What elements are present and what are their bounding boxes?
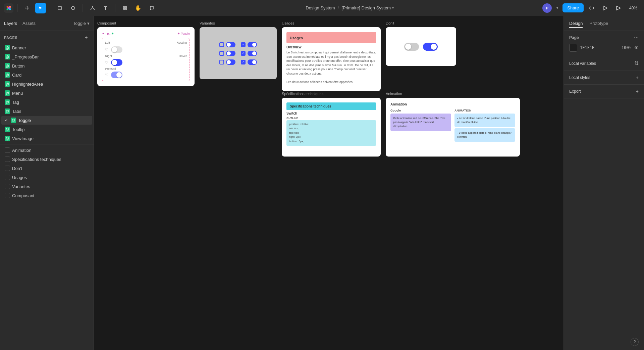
animation-col-google: Google Cette animation sert de référence…: [390, 109, 451, 142]
frame-content-animation: Animation Google Cette animation sert de…: [386, 98, 520, 157]
page-visibility-icon[interactable]: 👁: [634, 45, 639, 50]
page-settings-icon[interactable]: ⋯: [634, 35, 639, 40]
composant-heart-1: ♡: [105, 48, 108, 52]
var-row-1-col-2: ✓: [241, 42, 257, 47]
dont-switch-thumb-off: [405, 44, 411, 50]
page-label-usages: Usages: [12, 175, 27, 180]
local-styles-add-icon[interactable]: +: [636, 75, 639, 80]
page-item-tag[interactable]: @ Tag: [1, 98, 92, 106]
page-item-tooltip[interactable]: @ Tooltip: [1, 125, 92, 134]
page-label-variantes: Variantes: [12, 184, 30, 189]
page-item-toggle[interactable]: ✓ @ Toggle: [1, 116, 92, 125]
canvas-frame-specs: Spécifications techniques Spécifications…: [282, 92, 381, 157]
svg-marker-11: [604, 6, 607, 10]
avatar-dropdown[interactable]: ▾: [554, 5, 560, 11]
var-toggle-off-1[interactable]: [226, 42, 235, 47]
page-label-tooltip: Tooltip: [12, 127, 25, 132]
page-item-composant[interactable]: Composant: [1, 191, 92, 200]
toggle-switch-3[interactable]: [111, 72, 122, 78]
var-toggle-off-2[interactable]: [226, 51, 235, 56]
page-item-dont[interactable]: Don't: [1, 164, 92, 173]
usages-overview-text: Le Switch est un composant qui permet d'…: [286, 50, 376, 84]
comment-tool-btn[interactable]: [146, 3, 157, 13]
page-icon-progressbar: @: [5, 54, 10, 59]
frame-label-specs: Spécifications techniques: [282, 92, 381, 96]
var-toggle-on-3[interactable]: [248, 59, 257, 65]
share-button[interactable]: Share: [562, 3, 584, 12]
page-label-highlighted: HighlightedArea: [12, 82, 43, 87]
dont-switch-off[interactable]: [404, 43, 419, 51]
page-item-menu[interactable]: @ Menu: [1, 89, 92, 97]
var-toggle-on-1[interactable]: [248, 42, 257, 47]
right-panel-spacer: [564, 98, 644, 334]
frame-content-usages: Usages Overview Le Switch est un composa…: [282, 27, 381, 91]
page-item-viewimage[interactable]: @ ViewImage: [1, 134, 92, 143]
var-toggle-off-3[interactable]: [226, 59, 235, 65]
shape-tool-btn[interactable]: [68, 3, 78, 13]
toggle-switch-2[interactable]: [111, 59, 122, 66]
canvas-frame-dont: Don't: [386, 21, 456, 66]
page-item-progressbar[interactable]: @ _ProgressBar: [1, 52, 92, 61]
frame-tool-btn[interactable]: [54, 3, 65, 13]
canvas-frame-composant: Composant ✦ _p... ✦ ✦ Toggle Left Restin…: [97, 21, 195, 86]
select-tool-btn[interactable]: [35, 3, 46, 13]
app-logo[interactable]: [4, 3, 13, 13]
local-styles-section: Local styles +: [564, 71, 644, 85]
file-name-container[interactable]: [Primaire] Design System ▾: [341, 5, 394, 10]
var-toggle-on-2[interactable]: [248, 51, 257, 56]
dont-switch-on[interactable]: [423, 43, 438, 51]
page-icon-usages: [5, 175, 10, 180]
frame-label-composant: Composant: [97, 21, 195, 25]
text-tool-btn[interactable]: T: [100, 3, 111, 13]
move-tool-btn[interactable]: [22, 3, 33, 13]
usages-overview-title: Overview: [286, 45, 376, 49]
toolbar-sep-3: [83, 4, 83, 12]
local-variables-title: Local variables: [569, 61, 634, 66]
page-item-button[interactable]: @ Button: [1, 61, 92, 70]
right-panel-tabs: Design Prototype: [564, 16, 644, 31]
prototype-tab[interactable]: Prototype: [589, 19, 608, 27]
toggle-switch-1[interactable]: [111, 46, 122, 53]
page-color-swatch[interactable]: [569, 44, 577, 52]
toggle-button[interactable]: Toggle ▾: [73, 21, 90, 26]
export-add-icon[interactable]: +: [636, 89, 639, 94]
code-view-button[interactable]: [586, 3, 597, 13]
dont-switch-thumb-on: [431, 44, 437, 50]
design-tab[interactable]: Design: [569, 19, 583, 28]
toggle-label: Toggle: [73, 21, 86, 26]
page-item-tabs[interactable]: @ Tabs: [1, 107, 92, 116]
page-section-title: Page: [569, 35, 634, 40]
frame-content-specs: Spécifications techniques Switch OUTLINE…: [282, 98, 381, 157]
specs-outline-title: OUTLINE: [286, 117, 376, 120]
local-variables-icon[interactable]: ⇅: [634, 60, 639, 67]
right-panel: Design Prototype Page ⋯ 1E1E1E 100% 👁 Lo…: [564, 16, 644, 350]
layers-tab[interactable]: Layers: [4, 19, 17, 27]
hand-tool-btn[interactable]: ✋: [133, 3, 144, 13]
component-tool-btn[interactable]: [119, 3, 130, 13]
anim-col-title-google: Google: [390, 109, 451, 112]
svg-point-6: [71, 6, 75, 10]
page-item-highlighted[interactable]: @ HighlightedArea: [1, 80, 92, 88]
page-item-variantes[interactable]: Variantes: [1, 182, 92, 191]
page-item-usages[interactable]: Usages: [1, 173, 92, 182]
page-section-header: Page ⋯: [569, 35, 639, 40]
var-row-3-col-1: [219, 59, 235, 65]
user-avatar[interactable]: P: [542, 3, 552, 13]
pen-tool-btn[interactable]: [87, 3, 98, 13]
help-button[interactable]: ?: [631, 338, 639, 346]
page-item-banner[interactable]: @ Banner: [1, 43, 92, 52]
page-item-animation[interactable]: Animation: [1, 146, 92, 155]
page-item-specs[interactable]: Spécifications techniques: [1, 155, 92, 164]
frame-label-dont: Don't: [386, 21, 456, 25]
play-button[interactable]: [613, 3, 624, 13]
add-page-button[interactable]: +: [83, 34, 90, 41]
canvas[interactable]: Composant ✦ _p... ✦ ✦ Toggle Left Restin…: [94, 16, 564, 350]
zoom-level[interactable]: 40%: [627, 4, 640, 12]
svg-point-4: [8, 7, 10, 9]
page-icon-tooltip: @: [5, 127, 10, 132]
present-button[interactable]: [600, 3, 610, 13]
pages-title: Pages: [4, 36, 83, 40]
page-item-card[interactable]: @ Card: [1, 71, 92, 79]
assets-tab[interactable]: Assets: [22, 19, 36, 27]
local-styles-title: Local styles: [569, 75, 636, 80]
